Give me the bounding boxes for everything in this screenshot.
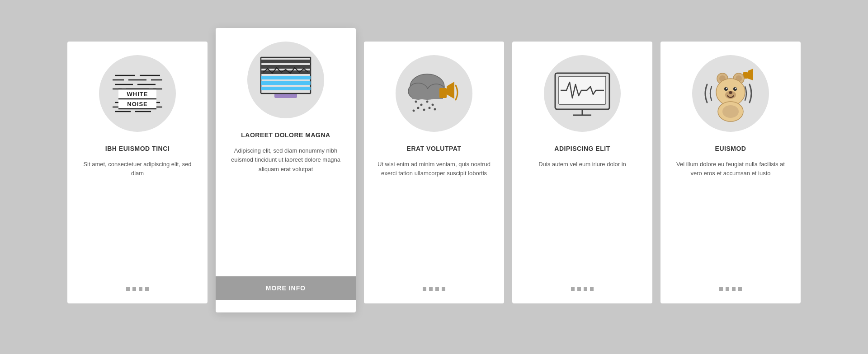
dot <box>584 287 587 291</box>
card-1-dots <box>126 287 149 291</box>
dot <box>126 287 130 291</box>
svg-text:WHITE: WHITE <box>127 91 148 98</box>
svg-point-64 <box>735 88 736 89</box>
card-2-title: LAOREET DOLORE MAGNA <box>241 131 330 140</box>
card-4-dots <box>571 287 594 291</box>
svg-rect-29 <box>261 70 311 74</box>
card-3-title: ERAT VOLUTPAT <box>407 144 462 154</box>
equalizer-icon <box>256 55 315 105</box>
svg-point-66 <box>729 91 732 94</box>
card-4-title: ADIPISCING ELIT <box>554 144 610 154</box>
card-3-dots <box>423 287 445 291</box>
card-3-text: Ut wisi enim ad minim veniam, quis nostr… <box>375 160 493 276</box>
dot <box>139 287 142 291</box>
dot <box>719 287 723 291</box>
svg-rect-31 <box>261 81 311 85</box>
svg-point-40 <box>420 104 423 106</box>
dot <box>429 287 433 291</box>
dot <box>442 287 445 291</box>
dot <box>738 287 742 291</box>
card-1-icon-circle: WHITE NOISE <box>99 55 176 132</box>
card-5: EUISMOD Vel illum dolore eu feugiat null… <box>660 42 801 303</box>
svg-point-68 <box>722 105 739 118</box>
card-2: LAOREET DOLORE MAGNA Adipiscing elit, se… <box>216 28 356 312</box>
card-1-text: Sit amet, consectetuer adipiscing elit, … <box>78 160 197 276</box>
svg-rect-38 <box>412 89 443 99</box>
card-2-text: Adipiscing elit, sed diam nonummy nibh e… <box>226 146 345 266</box>
dot <box>577 287 581 291</box>
dot <box>435 287 439 291</box>
svg-rect-48 <box>439 88 447 98</box>
monitor-waves-icon <box>551 66 614 121</box>
card-4: ADIPISCING ELIT Duis autem vel eum iriur… <box>512 42 652 303</box>
dot <box>145 287 149 291</box>
card-4-text: Duis autem vel eum iriure dolor in <box>538 160 626 276</box>
svg-point-45 <box>429 107 431 109</box>
svg-point-62 <box>733 87 737 91</box>
svg-rect-27 <box>261 60 311 63</box>
cards-container: WHITE NOISE IBH EUISMOD TINCI Sit amet, … <box>40 23 828 331</box>
svg-point-43 <box>417 107 420 109</box>
dot <box>732 287 736 291</box>
card-5-text: Vel illum dolore eu feugiat nulla facili… <box>671 160 790 276</box>
dot <box>132 287 136 291</box>
svg-marker-55 <box>748 69 753 80</box>
svg-rect-30 <box>261 76 311 79</box>
rain-speaker-icon <box>402 66 466 121</box>
card-5-title: EUISMOD <box>715 144 746 154</box>
white-noise-icon: WHITE NOISE <box>110 66 165 121</box>
dot <box>726 287 729 291</box>
card-3: ERAT VOLUTPAT Ut wisi enim ad minim veni… <box>364 42 504 303</box>
card-4-icon-circle <box>544 55 621 132</box>
svg-point-63 <box>726 88 727 89</box>
dot <box>423 287 426 291</box>
card-1-title: IBH EUISMOD TINCI <box>105 144 170 154</box>
card-2-icon-circle <box>247 42 324 118</box>
card-5-icon-circle <box>692 55 769 132</box>
svg-point-61 <box>724 87 728 91</box>
svg-rect-33 <box>274 93 297 98</box>
dot <box>571 287 575 291</box>
svg-rect-28 <box>261 65 311 69</box>
teddy-speaker-icon <box>699 64 762 123</box>
svg-marker-49 <box>447 82 454 99</box>
svg-point-42 <box>432 104 434 106</box>
dot <box>590 287 594 291</box>
svg-text:NOISE: NOISE <box>127 101 147 107</box>
card-3-icon-circle <box>396 55 472 132</box>
svg-point-41 <box>426 101 429 103</box>
svg-point-46 <box>413 110 415 112</box>
more-info-button[interactable]: MORE INFO <box>216 276 356 300</box>
svg-point-44 <box>423 109 425 111</box>
svg-point-47 <box>434 108 436 111</box>
svg-rect-32 <box>261 87 311 90</box>
svg-point-39 <box>415 101 417 103</box>
card-1: WHITE NOISE IBH EUISMOD TINCI Sit amet, … <box>67 42 208 303</box>
card-5-dots <box>719 287 742 291</box>
